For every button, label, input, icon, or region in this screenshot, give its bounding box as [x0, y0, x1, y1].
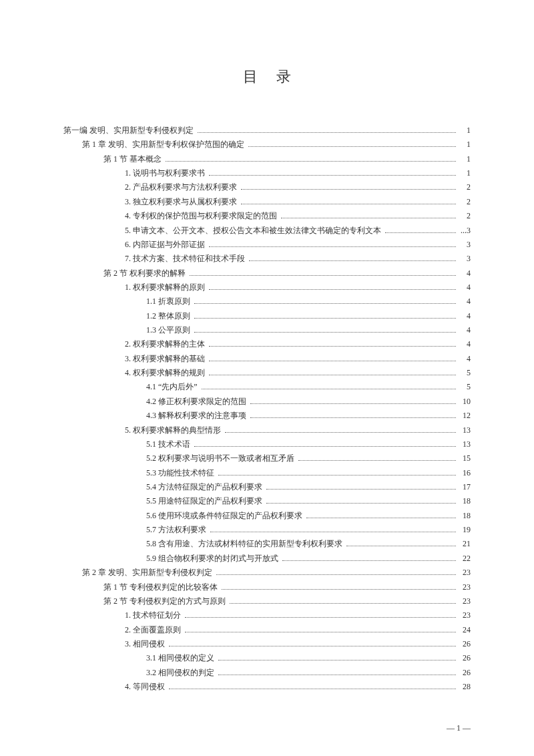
toc-leader-dots — [249, 260, 456, 261]
toc-entry-text: 4.1 “先内后外” — [146, 380, 198, 394]
toc-entry: 第 1 章 发明、实用新型专利权保护范围的确定1 — [63, 138, 471, 152]
toc-entry: 1. 技术特征划分23 — [63, 608, 471, 622]
toc-entry-page: 23 — [459, 566, 471, 580]
toc-entry: 5.3 功能性技术特征16 — [63, 466, 471, 480]
toc-leader-dots — [218, 475, 456, 476]
toc-entry-page: 23 — [459, 580, 471, 594]
toc-entry-page: 13 — [459, 423, 471, 437]
toc-leader-dots — [202, 389, 456, 389]
toc-entry-page: 2 — [459, 195, 471, 209]
toc-entry-text: 3. 相同侵权 — [125, 637, 165, 651]
toc-entry: 第 1 节 专利侵权判定的比较客体23 — [63, 580, 471, 594]
toc-entry-text: 3. 权利要求解释的基础 — [125, 352, 205, 366]
toc-entry-page: 16 — [459, 466, 471, 480]
toc-entry-text: 5.2 权利要求与说明书不一致或者相互矛盾 — [146, 451, 294, 465]
toc-entry: 1.2 整体原则4 — [63, 309, 471, 323]
toc-entry-text: 5.7 方法权利要求 — [146, 523, 206, 537]
toc-entry-page: 12 — [459, 409, 471, 423]
toc-entry: 1. 说明书与权利要求书1 — [63, 166, 471, 180]
toc-entry-page: 3 — [459, 252, 471, 266]
toc-leader-dots — [385, 232, 456, 233]
toc-leader-dots — [169, 689, 456, 689]
toc-entry-text: 1. 说明书与权利要求书 — [125, 166, 205, 180]
toc-entry-page: 1 — [459, 152, 471, 166]
toc-entry: 4. 专利权的保护范围与权利要求限定的范围2 — [63, 209, 471, 223]
toc-entry: 5.5 用途特征限定的产品权利要求18 — [63, 494, 471, 508]
document-page: 目录 第一编 发明、实用新型专利侵权判定1第 1 章 发明、实用新型专利权保护范… — [0, 0, 534, 756]
toc-entry-text: 7. 技术方案、技术特征和技术手段 — [125, 252, 245, 266]
toc-entry-page: 3 — [459, 238, 471, 252]
toc-entry-page: 21 — [459, 537, 471, 551]
page-number-footer: — 1 — — [447, 723, 471, 733]
toc-entry-text: 1. 权利要求解释的原则 — [125, 280, 205, 295]
toc-entry: 5.6 使用环境或条件特征限定的产品权利要求18 — [63, 509, 471, 523]
toc-entry-page: 2 — [459, 180, 471, 194]
toc-leader-dots — [185, 632, 456, 632]
toc-entry-text: 5. 权利要求解释的典型情形 — [125, 423, 221, 437]
toc-entry-text: 5.8 含有用途、方法或材料特征的实用新型专利权利要求 — [146, 537, 342, 551]
toc-leader-dots — [198, 132, 456, 133]
toc-entry-text: 第 1 章 发明、实用新型专利权保护范围的确定 — [82, 138, 244, 152]
toc-leader-dots — [209, 289, 456, 290]
toc-entry: 1.3 公平原则4 — [63, 323, 471, 337]
toc-entry: 5.2 权利要求与说明书不一致或者相互矛盾15 — [63, 451, 471, 465]
toc-leader-dots — [241, 189, 456, 190]
toc-title: 目录 — [63, 67, 471, 87]
toc-entry: 3.2 相同侵权的判定26 — [63, 666, 471, 680]
toc-entry-text: 2. 全面覆盖原则 — [125, 623, 181, 637]
toc-entry: 第 2 节 专利侵权判定的方式与原则23 — [63, 594, 471, 608]
toc-entry-text: 第 2 节 专利侵权判定的方式与原则 — [103, 594, 226, 608]
toc-leader-dots — [248, 146, 456, 147]
toc-entry-text: 4. 等同侵权 — [125, 680, 165, 694]
toc-entry-page: 4 — [459, 323, 471, 337]
toc-entry: 4. 权利要求解释的规则5 — [63, 366, 471, 380]
toc-leader-dots — [222, 589, 456, 590]
toc-entry-text: 5.6 使用环境或条件特征限定的产品权利要求 — [146, 509, 302, 523]
toc-entry: 6. 内部证据与外部证据3 — [63, 238, 471, 252]
toc-leader-dots — [230, 603, 456, 604]
toc-entry-page: ...3 — [459, 224, 471, 238]
toc-entry: 3. 相同侵权26 — [63, 637, 471, 651]
toc-entry-page: 1 — [459, 124, 471, 138]
toc-leader-dots — [190, 275, 456, 276]
toc-entry-text: 1.3 公平原则 — [146, 323, 190, 337]
toc-entry-text: 3. 独立权利要求与从属权利要求 — [125, 195, 237, 209]
toc-entry-text: 5. 申请文本、公开文本、授权公告文本和被生效法律文书确定的专利文本 — [125, 224, 381, 238]
toc-entry: 4. 等同侵权28 — [63, 680, 471, 694]
toc-entry-text: 3.1 相同侵权的定义 — [146, 651, 214, 665]
toc-entry-text: 第一编 发明、实用新型专利侵权判定 — [63, 124, 194, 138]
toc-entry-page: 1 — [459, 166, 471, 180]
toc-entry-page: 15 — [459, 451, 471, 465]
toc-entry-page: 19 — [459, 523, 471, 537]
toc-leader-dots — [166, 161, 456, 162]
toc-entry-text: 5.9 组合物权利要求的封闭式与开放式 — [146, 552, 278, 566]
toc-entry-text: 5.1 技术术语 — [146, 437, 190, 451]
toc-entry: 3. 独立权利要求与从属权利要求2 — [63, 195, 471, 209]
toc-entry: 第 2 节 权利要求的解释4 — [63, 266, 471, 280]
toc-leader-dots — [194, 303, 456, 304]
toc-entry: 5.9 组合物权利要求的封闭式与开放式22 — [63, 552, 471, 566]
toc-entry: 5.7 方法权利要求19 — [63, 523, 471, 537]
toc-leader-dots — [209, 175, 456, 176]
toc-entry: 3. 权利要求解释的基础4 — [63, 352, 471, 366]
toc-entry-text: 第 1 节 基本概念 — [103, 152, 162, 166]
toc-entry: 5.8 含有用途、方法或材料特征的实用新型专利权利要求21 — [63, 537, 471, 551]
toc-entry-page: 1 — [459, 138, 471, 152]
toc-leader-dots — [306, 518, 456, 518]
toc-entry-text: 3.2 相同侵权的判定 — [146, 666, 214, 680]
toc-leader-dots — [241, 204, 456, 204]
toc-entry-page: 4 — [459, 295, 471, 309]
toc-entry-page: 18 — [459, 509, 471, 523]
toc-entry-page: 26 — [459, 651, 471, 665]
toc-entry-text: 1. 技术特征划分 — [125, 608, 181, 622]
toc-entry-text: 4. 权利要求解释的规则 — [125, 366, 205, 380]
toc-leader-dots — [225, 432, 456, 433]
toc-leader-dots — [209, 375, 456, 375]
toc-leader-dots — [218, 660, 456, 660]
toc-leader-dots — [209, 361, 456, 361]
toc-entry: 第 1 节 基本概念1 — [63, 152, 471, 166]
toc-leader-dots — [346, 546, 456, 546]
toc-entry-page: 10 — [459, 395, 471, 409]
toc-entry-text: 6. 内部证据与外部证据 — [125, 238, 205, 252]
toc-entry-page: 2 — [459, 209, 471, 223]
